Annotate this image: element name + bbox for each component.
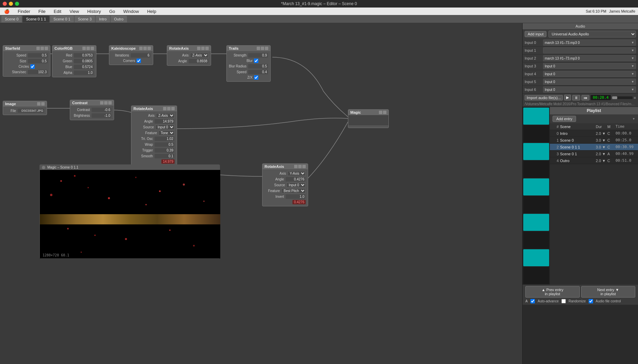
magic-icon-1[interactable] — [379, 111, 382, 114]
raxis2-smooth[interactable] — [154, 154, 175, 159]
node-icon-1[interactable] — [36, 47, 40, 50]
tab-intro[interactable]: Intro — [96, 16, 110, 22]
tab-scene011[interactable]: Scene 0 1 1 — [22, 16, 49, 22]
colorrgb-red[interactable] — [74, 53, 94, 58]
trails-icon-3[interactable] — [265, 47, 268, 50]
menu-finder[interactable]: Finder — [16, 8, 32, 15]
raxis2-icon-2[interactable] — [167, 107, 171, 110]
playlist-entry-3[interactable]: 3 Scene 0 1 2.0 ▼ A 00:40.99 — [550, 151, 638, 157]
raxis3-angle[interactable] — [285, 177, 306, 182]
image-icon-1[interactable] — [37, 102, 41, 106]
tab-scene01[interactable]: Scene 0 1 — [50, 16, 74, 22]
progress-bar[interactable] — [612, 96, 633, 99]
thumb-4[interactable] — [523, 178, 549, 195]
kaleido-icon-3[interactable] — [147, 47, 151, 50]
tab-outro[interactable]: Outro — [111, 16, 127, 22]
raxis3-source[interactable]: Input 0 — [286, 183, 306, 188]
import-audio-btn[interactable]: Import audio file(s)... — [525, 95, 563, 100]
trails-blur-radius[interactable] — [248, 64, 268, 69]
thumb-6[interactable] — [523, 214, 549, 231]
next-entry-btn[interactable]: Next entry ▼in playlist — [581, 286, 636, 298]
contrast-icon-2[interactable] — [104, 101, 108, 105]
maximize-btn[interactable] — [15, 2, 19, 6]
thumb-8[interactable] — [523, 249, 549, 266]
menu-help[interactable]: Help — [146, 8, 158, 15]
playlist-entry-1[interactable]: 1 Scene 0 3.0 ▼ C 00:25.0 — [550, 137, 638, 144]
image-file[interactable] — [17, 108, 45, 113]
kaleido-corners[interactable] — [137, 59, 141, 63]
playlist-entry-0[interactable]: 0 Intro 2.0 ▼ C 00:00.0 — [550, 130, 638, 137]
play-btn[interactable]: ▶ — [564, 95, 571, 100]
raxis1-icon-2[interactable] — [201, 47, 205, 50]
playlist-entry-4[interactable]: 4 Outro 2.0 ▼ C 00:51.0 — [550, 157, 638, 164]
raxis3-icon-1[interactable] — [294, 165, 298, 168]
trails-strength[interactable] — [248, 53, 268, 58]
raxis1-axis[interactable]: Z-Axis — [190, 53, 209, 58]
stop-btn[interactable]: ⏮ — [581, 95, 589, 100]
audio-extra-btn[interactable]: ≡ — [634, 96, 636, 100]
close-btn[interactable] — [3, 2, 7, 6]
add-input-button[interactable]: Add input — [525, 31, 546, 37]
raxis2-source[interactable]: Input 0 — [155, 125, 175, 130]
contrast-icon-3[interactable] — [108, 101, 112, 105]
raxis1-angle[interactable] — [188, 59, 209, 64]
thumb-9[interactable] — [523, 267, 549, 284]
trails-speed[interactable] — [248, 69, 268, 75]
raxis2-angle[interactable] — [154, 119, 175, 124]
raxis3-feature[interactable]: Best Pitch — [281, 188, 306, 193]
contrast-icon-1[interactable] — [100, 101, 103, 105]
trails-icon-2[interactable] — [261, 47, 264, 50]
starfield-circles[interactable] — [30, 64, 35, 69]
raxis2-wrap[interactable] — [154, 142, 175, 147]
traffic-lights[interactable] — [3, 2, 19, 6]
thumb-7[interactable] — [523, 232, 549, 249]
raxis3-invert[interactable] — [285, 194, 306, 199]
trails-blur[interactable] — [254, 59, 258, 63]
menu-file[interactable]: File — [37, 8, 47, 15]
contrast-value[interactable] — [91, 107, 112, 112]
playlist-extra[interactable]: ▼ — [632, 117, 635, 121]
minimize-btn[interactable] — [9, 2, 13, 6]
colorrgb-icon-2[interactable] — [86, 47, 90, 50]
raxis1-icon-3[interactable] — [205, 47, 209, 50]
menu-window[interactable]: Window — [122, 8, 140, 15]
menu-apple[interactable]: 🍎 — [3, 8, 11, 15]
raxis3-icon-2[interactable] — [298, 165, 302, 168]
colorrgb-alpha[interactable] — [74, 70, 94, 75]
menu-go[interactable]: Go — [108, 8, 116, 15]
auto-advance-check[interactable] — [530, 299, 535, 303]
raxis2-feature[interactable]: Tone — [158, 130, 175, 136]
raxis2-icon-1[interactable] — [163, 107, 166, 110]
raxis2-tri-osc[interactable] — [154, 136, 175, 141]
starfield-stars-sec[interactable] — [28, 69, 48, 75]
thumb-1[interactable] — [523, 125, 549, 142]
thumb-5[interactable] — [523, 196, 549, 213]
trails-icon-1[interactable] — [257, 47, 260, 50]
thumb-3[interactable] — [523, 161, 549, 178]
audio-device-select[interactable]: Universal Audio Apollo — [548, 31, 636, 37]
playlist-entry-2[interactable]: 2 Scene 0 1 1 3.0 ▼ C 00:30.99 — [550, 144, 638, 151]
raxis3-icon-3[interactable] — [302, 165, 306, 168]
thumb-0[interactable] — [523, 108, 549, 125]
image-icon-2[interactable] — [41, 102, 45, 106]
node-icon-2[interactable] — [41, 47, 44, 50]
colorrgb-icon-3[interactable] — [91, 47, 94, 50]
tab-scene3[interactable]: Scene 3 — [75, 16, 95, 22]
kaleido-icon-1[interactable] — [139, 47, 143, 50]
add-entry-btn[interactable]: Add entry — [553, 116, 576, 122]
kaleido-icon-2[interactable] — [143, 47, 147, 50]
menu-view[interactable]: View — [68, 8, 80, 15]
starfield-speed[interactable] — [28, 53, 48, 58]
starfield-size[interactable] — [28, 59, 48, 64]
audio-file-control-check[interactable] — [589, 299, 593, 303]
tab-scene0[interactable]: Scene 0 — [1, 16, 22, 22]
prev-entry-btn[interactable]: ▲ Prev entryin playlist — [525, 286, 580, 298]
colorrgb-icon-1[interactable] — [82, 47, 86, 50]
thumb-2[interactable] — [523, 143, 549, 160]
brightness-value[interactable] — [91, 113, 112, 118]
raxis3-axis[interactable]: Y-Axis — [287, 171, 306, 176]
kaleido-iterations[interactable] — [130, 53, 151, 58]
randomize-check[interactable] — [561, 299, 566, 303]
menu-history[interactable]: History — [86, 8, 102, 15]
node-icon-3[interactable] — [45, 47, 48, 50]
